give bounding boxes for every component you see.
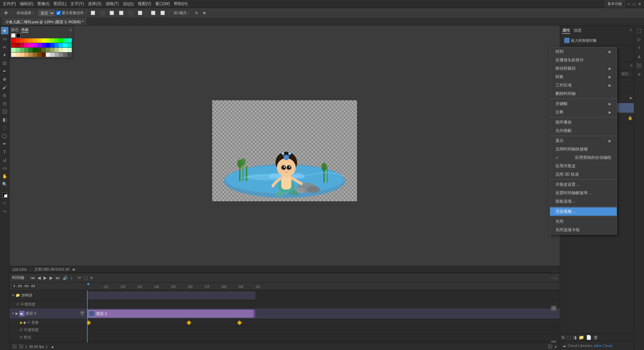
swatch-tan8[interactable] xyxy=(41,53,46,57)
menu-window[interactable]: 窗口(W) xyxy=(155,1,170,7)
group-bar[interactable] xyxy=(87,291,255,300)
swatch-tan1[interactable] xyxy=(11,53,15,57)
swatch-fuchsia[interactable] xyxy=(28,43,33,47)
timeline-prev-frame[interactable]: ◀ xyxy=(37,275,41,280)
lasso-tool-btn[interactable]: ∞ xyxy=(1,43,8,50)
cm-keyframe[interactable]: 关键帧 ▶ xyxy=(550,100,617,108)
swatch-sky[interactable] xyxy=(55,43,59,47)
menu-layer[interactable]: 图层(L) xyxy=(54,1,67,7)
timeline-expand[interactable]: □ xyxy=(555,276,557,280)
group-collapse-icon[interactable]: ▶ xyxy=(630,96,633,100)
align-center-h[interactable]: ⬛ xyxy=(98,10,106,16)
timeline-play[interactable]: ▶ xyxy=(43,275,47,280)
layer3-film-icon[interactable]: 🎬 xyxy=(80,311,85,316)
swatch-g1[interactable] xyxy=(11,48,15,52)
text-tool-btn[interactable]: T xyxy=(1,148,8,155)
document-tab[interactable]: 小鱼儿跑二维码.psd @ 129% (图层 3, RGB/8) * xyxy=(2,19,87,25)
cm-render-video[interactable]: 渲染视频… xyxy=(550,207,617,216)
history-tool-btn[interactable]: ◷ xyxy=(1,100,8,107)
cm-loop[interactable]: 循环播放 xyxy=(550,118,617,127)
tl-bottom-playhead[interactable]: ⬛ xyxy=(19,344,24,349)
3d-rotate[interactable]: ↻ xyxy=(193,10,200,16)
menu-image[interactable]: 图像(I) xyxy=(37,1,49,7)
transform-key2-icon[interactable]: ◆ xyxy=(23,320,26,325)
canvas-area[interactable]: 颜色 色板 ≡ xyxy=(9,26,560,266)
swatch-cyan-2[interactable] xyxy=(67,38,72,43)
cm-allow-skip[interactable]: 允许跳帧 xyxy=(550,127,617,135)
swatch-tan2[interactable] xyxy=(15,53,20,57)
swatch-g12[interactable] xyxy=(59,48,63,52)
keyframe-3[interactable] xyxy=(237,320,242,325)
swatch-red-1[interactable] xyxy=(11,38,15,43)
cm-show[interactable]: 显示 ▶ xyxy=(550,137,617,145)
menu-help[interactable]: 帮助(H) xyxy=(174,1,188,7)
swatch-cyan-3[interactable] xyxy=(59,43,63,47)
swatch-orange-1[interactable] xyxy=(24,38,29,43)
delete-layer-btn[interactable]: 🗑 xyxy=(593,335,598,340)
menu-filter[interactable]: 滤镜(T) xyxy=(105,1,119,7)
cm-3d-track[interactable]: 启用 3D 轨道 xyxy=(550,170,617,179)
swatch-r-darker[interactable] xyxy=(15,43,20,47)
swatch-lime[interactable] xyxy=(46,38,50,43)
swatch-white[interactable] xyxy=(11,33,15,38)
distribute-h[interactable]: ⬜ xyxy=(149,10,157,16)
swatch-blue-1[interactable] xyxy=(41,43,46,47)
align-center-v[interactable]: ⬛ xyxy=(127,10,135,16)
timeline-settings[interactable]: ≡ xyxy=(90,275,94,280)
add-adjustment-btn[interactable]: ◑ xyxy=(573,335,577,340)
cm-transform[interactable]: 转换 ▶ xyxy=(550,73,617,81)
cm-onion-settings[interactable]: 洋葱皮设置… xyxy=(550,180,617,189)
panel-icon-3[interactable]: T xyxy=(636,44,643,52)
timeline-goto-start[interactable]: ⏮ xyxy=(30,275,35,280)
swatch-green-3[interactable] xyxy=(59,38,63,43)
swatch-gray6[interactable] xyxy=(67,53,72,57)
menu-3d[interactable]: 3D(D) xyxy=(123,2,134,6)
swatch-g6[interactable] xyxy=(33,48,37,52)
timeline-minimize[interactable]: ─ xyxy=(551,276,554,280)
hand-tool-btn[interactable]: ✋ xyxy=(1,172,8,180)
tl-add-layer[interactable]: + xyxy=(554,344,557,349)
layers-panel-menu[interactable]: ≡ xyxy=(631,63,633,70)
3d-pan[interactable]: ⊕ xyxy=(201,10,207,16)
cm-frame-rate[interactable]: 设置时间轴帧速率… xyxy=(550,189,617,197)
timeline-scissors[interactable]: ✂ xyxy=(77,275,82,280)
blur-tool-btn[interactable]: ◌ xyxy=(1,124,8,131)
quick-mask-btn[interactable]: ⬡ xyxy=(1,199,8,207)
timeline-transition[interactable]: ⬚ xyxy=(83,275,89,280)
swatch-red-2[interactable] xyxy=(15,38,20,43)
statusbar-arrow[interactable]: ▶ xyxy=(73,267,75,272)
selection-tool-btn[interactable]: ▭ xyxy=(1,35,8,42)
swatch-tab[interactable]: 色板 xyxy=(21,27,29,33)
swatch-orange-2[interactable] xyxy=(28,38,33,43)
auto-select-type[interactable]: 图层 xyxy=(38,10,55,16)
pen-tool-btn[interactable]: ✒ xyxy=(1,140,8,147)
swatch-tan3[interactable] xyxy=(20,53,24,57)
swatch-g7[interactable] xyxy=(37,48,41,52)
timeline-next-frame[interactable]: ▶ xyxy=(49,275,54,280)
timeline-audio[interactable]: 🔊 xyxy=(62,276,68,280)
swatch-green-2[interactable] xyxy=(55,38,59,43)
swatch-g11[interactable] xyxy=(55,48,59,52)
cm-annotation[interactable]: 注释 ▶ xyxy=(550,108,617,116)
cm-goto[interactable]: 转到 ▶ xyxy=(550,47,617,56)
layer3-bar[interactable]: 图层 3 xyxy=(87,310,255,318)
cm-close[interactable]: 关闭 xyxy=(550,217,617,226)
swatch-g3[interactable] xyxy=(20,48,24,52)
swatch-pink[interactable] xyxy=(24,43,29,47)
swatch-g14[interactable] xyxy=(67,48,72,52)
eraser-tool-btn[interactable]: ⬛ xyxy=(1,108,8,115)
window-close[interactable]: ✕ xyxy=(638,2,641,6)
gradient-tool-btn[interactable]: ◧ xyxy=(1,116,8,123)
properties-tab[interactable]: 属性 xyxy=(562,28,570,34)
swatch-cyan-1[interactable] xyxy=(63,38,67,43)
menu-text[interactable]: 文字(Y) xyxy=(70,1,84,7)
panel-icon-2[interactable]: ▷ xyxy=(636,36,643,43)
cm-onion-skin[interactable]: 应用洋葱皮 xyxy=(550,162,617,170)
timecode-display[interactable]: 0:00:00:00 xyxy=(11,283,37,289)
swatch-purple[interactable] xyxy=(37,43,41,47)
cm-panel-options[interactable]: 面板选项… xyxy=(550,197,617,206)
swatch-g9[interactable] xyxy=(46,48,50,52)
cm-workspace[interactable]: 工作区域 ▶ xyxy=(550,81,617,90)
align-right[interactable]: ⬜ xyxy=(108,10,116,16)
add-track-btn[interactable]: + xyxy=(551,306,556,311)
